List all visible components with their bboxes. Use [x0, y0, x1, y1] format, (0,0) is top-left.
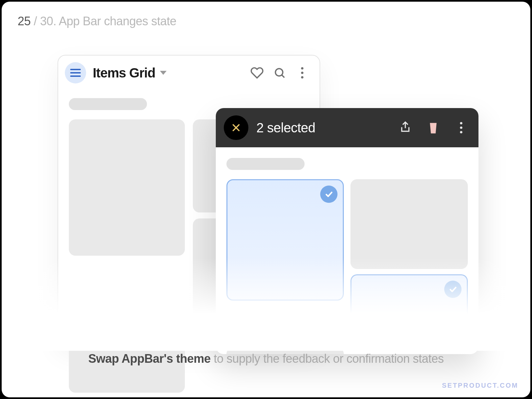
section-label-skeleton	[226, 158, 305, 170]
menu-button[interactable]	[65, 62, 86, 83]
svg-point-6	[301, 71, 303, 74]
more-button[interactable]	[294, 65, 310, 81]
slide-counter: 25 / 30. App Bar changes state	[18, 14, 176, 28]
grid-item[interactable]	[350, 179, 468, 269]
grid-item-selected[interactable]	[350, 274, 468, 341]
appbar-selection: 2 selected	[216, 108, 478, 147]
svg-rect-1	[70, 72, 81, 73]
caption-strong: Swap AppBar's theme	[88, 352, 210, 365]
grid-selection	[216, 170, 478, 354]
watermark: SETPRODUCT.COM	[442, 382, 518, 389]
card-skeleton	[69, 119, 185, 256]
hamburger-icon	[70, 69, 81, 77]
trash-icon	[427, 121, 439, 134]
appbar-default: Items Grid	[58, 56, 320, 89]
slide-frame: 25 / 30. App Bar changes state Items Gri…	[2, 2, 530, 397]
appbar-title-dropdown[interactable]: Items Grid	[93, 66, 242, 80]
selection-count: 2 selected	[256, 120, 385, 135]
delete-button[interactable]	[425, 120, 441, 136]
slide-total: 30	[40, 14, 53, 28]
close-icon	[231, 123, 241, 133]
more-vertical-icon	[460, 122, 463, 134]
svg-rect-0	[70, 69, 81, 70]
search-icon	[273, 66, 286, 79]
check-badge	[320, 186, 337, 203]
svg-point-12	[460, 131, 462, 133]
search-button[interactable]	[272, 65, 288, 81]
more-button[interactable]	[453, 120, 469, 136]
grid-item-selected[interactable]	[226, 179, 344, 301]
svg-point-11	[460, 126, 462, 129]
share-icon	[399, 121, 412, 134]
check-icon	[325, 190, 333, 199]
svg-line-4	[282, 75, 284, 77]
mockup-selection-appbar: 2 selected	[216, 108, 478, 354]
slide-separator: /	[34, 14, 40, 28]
favorite-button[interactable]	[249, 65, 265, 81]
svg-point-5	[301, 67, 303, 69]
svg-rect-2	[70, 75, 81, 77]
close-selection-button[interactable]	[224, 115, 248, 140]
slide-current: 25	[18, 14, 31, 28]
section-label-skeleton	[69, 98, 147, 110]
more-vertical-icon	[301, 67, 304, 79]
check-badge	[444, 281, 462, 298]
svg-point-10	[460, 122, 462, 124]
share-button[interactable]	[397, 120, 413, 136]
chevron-down-icon	[160, 71, 167, 75]
check-icon	[449, 285, 457, 294]
caption-rest: to supply the feedback or confirmation s…	[210, 352, 444, 365]
svg-point-3	[275, 68, 283, 76]
slide-title: App Bar changes state	[59, 14, 177, 28]
appbar-title: Items Grid	[93, 66, 155, 80]
stage: Items Grid	[2, 52, 530, 351]
svg-point-7	[301, 76, 303, 78]
caption: Swap AppBar's theme to supply the feedba…	[2, 352, 530, 366]
heart-icon	[250, 66, 264, 79]
